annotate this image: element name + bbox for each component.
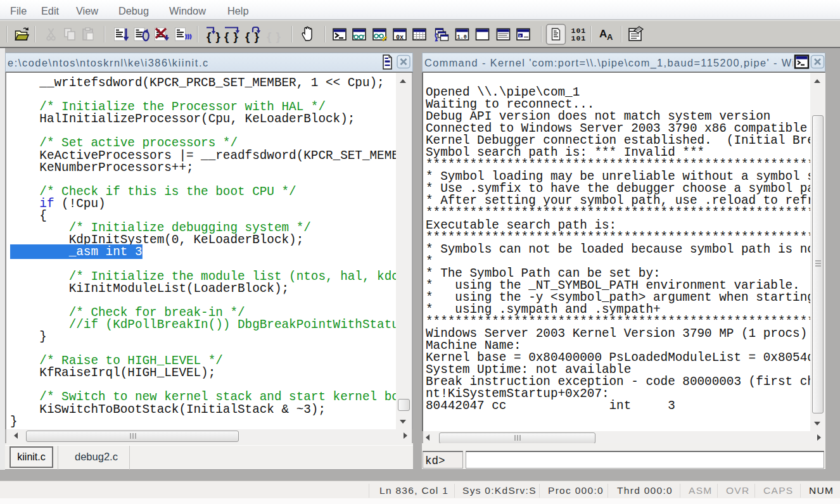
svg-text:1.0: 1.0	[457, 34, 467, 41]
svg-text:>: >	[519, 34, 521, 39]
svg-text:0x: 0x	[396, 34, 404, 41]
svg-text:A: A	[599, 28, 607, 40]
svg-text:A: A	[607, 32, 613, 42]
svg-text:101: 101	[571, 34, 587, 42]
